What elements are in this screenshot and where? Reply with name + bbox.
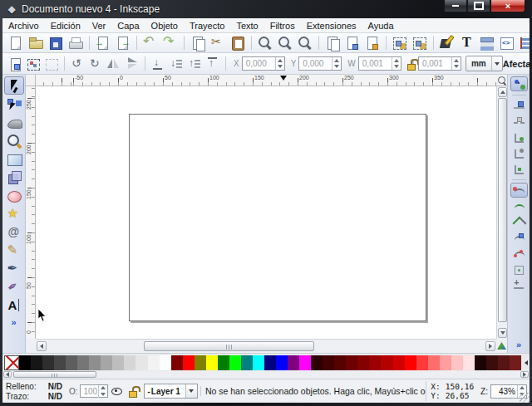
pencil-tool[interactable]	[4, 241, 24, 259]
toolbox-overflow-button[interactable]	[11, 317, 16, 327]
lower-to-bottom-button[interactable]	[150, 56, 166, 72]
star-tool[interactable]	[4, 204, 24, 223]
text-tool[interactable]	[4, 296, 24, 314]
ungroup-button[interactable]	[411, 34, 429, 52]
snap-bbox-centers-button[interactable]	[510, 161, 528, 176]
menu-objeto[interactable]: Objeto	[145, 21, 184, 31]
zoom-selection-button[interactable]	[256, 34, 274, 52]
deselect-button[interactable]	[43, 56, 60, 72]
snap-others-button[interactable]	[510, 277, 528, 292]
calligraphy-tool[interactable]	[4, 277, 24, 296]
menu-extensiones[interactable]: Extensiones	[301, 21, 362, 31]
palette-scroll-thumb[interactable]	[13, 371, 96, 378]
color-swatch[interactable]	[183, 355, 195, 370]
x-field[interactable]: X 0,000	[231, 56, 285, 71]
opacity-spinner[interactable]	[98, 385, 107, 398]
snap-bbox-edges-button[interactable]	[510, 114, 528, 129]
y-field[interactable]: Y 0,000	[288, 56, 342, 71]
layer-selector[interactable]: - Layer 1	[144, 384, 198, 399]
color-swatch[interactable]	[393, 355, 405, 370]
unit-dropdown[interactable]: mm	[466, 56, 503, 71]
color-swatch[interactable]	[77, 355, 89, 370]
palette-scrollbar[interactable]	[2, 371, 530, 379]
palette-arrow-icon[interactable]	[521, 355, 530, 370]
raise-to-top-button[interactable]	[204, 56, 221, 72]
color-swatch[interactable]	[253, 355, 264, 370]
text-dialog-button[interactable]	[458, 34, 476, 52]
vertical-scrollbar[interactable]	[496, 86, 507, 339]
y-field-value[interactable]: 0,000	[299, 59, 332, 68]
width-field[interactable]: W 0,001	[345, 56, 401, 71]
layer-lock-icon[interactable]	[126, 384, 140, 398]
save-document-button[interactable]	[47, 34, 65, 52]
zoom-page-button[interactable]	[296, 34, 314, 52]
new-document-button[interactable]	[7, 34, 25, 52]
color-managed-display-icon[interactable]	[496, 339, 507, 353]
selector-tool[interactable]	[4, 76, 24, 95]
box-3d-tool[interactable]	[4, 168, 24, 186]
fill-stroke-indicator[interactable]: Relleno: N/D Trazo: N/D	[2, 382, 69, 401]
flip-horizontal-button[interactable]	[106, 56, 122, 72]
color-swatch[interactable]	[416, 355, 428, 370]
corner-zoom-icon[interactable]	[496, 75, 507, 86]
color-swatch[interactable]	[486, 355, 498, 370]
undo-button[interactable]	[141, 34, 160, 52]
opacity-value[interactable]: 100	[81, 387, 98, 396]
height-field-value[interactable]: 0,001	[419, 59, 451, 68]
print-button[interactable]	[66, 34, 85, 52]
snap-cusp-nodes-button[interactable]	[510, 230, 528, 245]
color-swatch[interactable]	[66, 355, 77, 370]
select-all-layers-button[interactable]	[25, 56, 42, 72]
chevron-down-icon[interactable]	[185, 384, 197, 398]
snap-smooth-nodes-button[interactable]	[510, 246, 528, 261]
color-swatch[interactable]	[135, 355, 147, 370]
color-swatch[interactable]	[31, 355, 42, 370]
zoom-value[interactable]: 43%	[491, 387, 517, 396]
color-swatch[interactable]	[475, 355, 486, 370]
color-swatch[interactable]	[510, 355, 521, 370]
color-swatch[interactable]	[311, 355, 323, 370]
open-document-button[interactable]	[27, 34, 45, 52]
color-swatch[interactable]	[54, 355, 66, 370]
color-swatch[interactable]	[241, 355, 253, 370]
x-field-spinner[interactable]	[275, 57, 284, 70]
color-swatch[interactable]	[124, 355, 135, 370]
color-swatch[interactable]	[42, 355, 54, 370]
width-field-spinner[interactable]	[392, 57, 401, 70]
lower-button[interactable]	[168, 56, 185, 72]
color-swatch[interactable]	[346, 355, 357, 370]
color-swatch[interactable]	[369, 355, 381, 370]
duplicate-button[interactable]	[323, 34, 342, 52]
redo-button[interactable]	[161, 34, 180, 52]
raise-button[interactable]	[186, 56, 203, 72]
color-swatch[interactable]	[229, 355, 241, 370]
copy-button[interactable]	[189, 34, 207, 52]
minimize-button[interactable]	[444, 0, 467, 12]
snap-bbox-button[interactable]	[510, 98, 528, 113]
color-swatch[interactable]	[206, 355, 218, 370]
snap-path-intersections-button[interactable]	[510, 214, 528, 229]
color-swatch[interactable]	[171, 355, 183, 370]
resize-grip[interactable]	[520, 393, 530, 403]
color-swatch[interactable]	[451, 355, 463, 370]
title-bar[interactable]: ◆ Documento nuevo 4 - Inkscape ×	[0, 0, 532, 18]
close-button[interactable]: ×	[490, 0, 525, 12]
document-page[interactable]	[129, 114, 426, 321]
color-swatch[interactable]	[195, 355, 206, 370]
y-field-spinner[interactable]	[332, 57, 341, 70]
vertical-scroll-thumb[interactable]	[498, 98, 507, 322]
color-swatch[interactable]	[498, 355, 510, 370]
color-swatch[interactable]	[299, 355, 311, 370]
opacity-control[interactable]: O: 100	[69, 384, 108, 398]
color-swatch[interactable]	[323, 355, 334, 370]
fill-stroke-dialog-button[interactable]	[438, 34, 456, 52]
vertical-ruler[interactable]: 250200150100500	[26, 86, 36, 339]
height-field-spinner[interactable]	[451, 57, 461, 70]
tweak-tool[interactable]	[4, 113, 24, 131]
menu-edicion[interactable]: Edición	[45, 21, 86, 31]
color-swatch[interactable]	[218, 355, 229, 370]
horizontal-scrollbar[interactable]	[36, 339, 496, 353]
menu-ver[interactable]: Ver	[86, 21, 112, 31]
rotate-cw-button[interactable]	[87, 56, 104, 72]
color-swatch[interactable]	[112, 355, 124, 370]
